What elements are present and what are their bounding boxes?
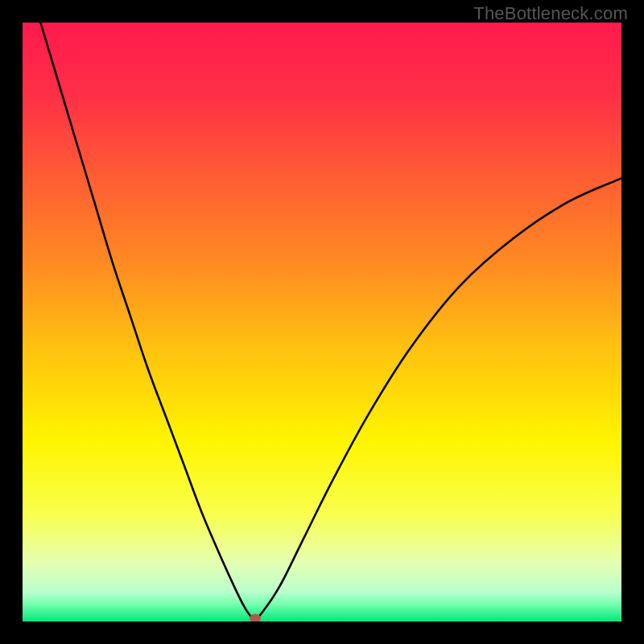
chart-frame: TheBottleneck.com [0, 0, 644, 644]
watermark-label: TheBottleneck.com [473, 3, 628, 24]
bottleneck-curve [23, 23, 621, 621]
minimum-marker [250, 614, 261, 621]
plot-area [23, 23, 621, 621]
